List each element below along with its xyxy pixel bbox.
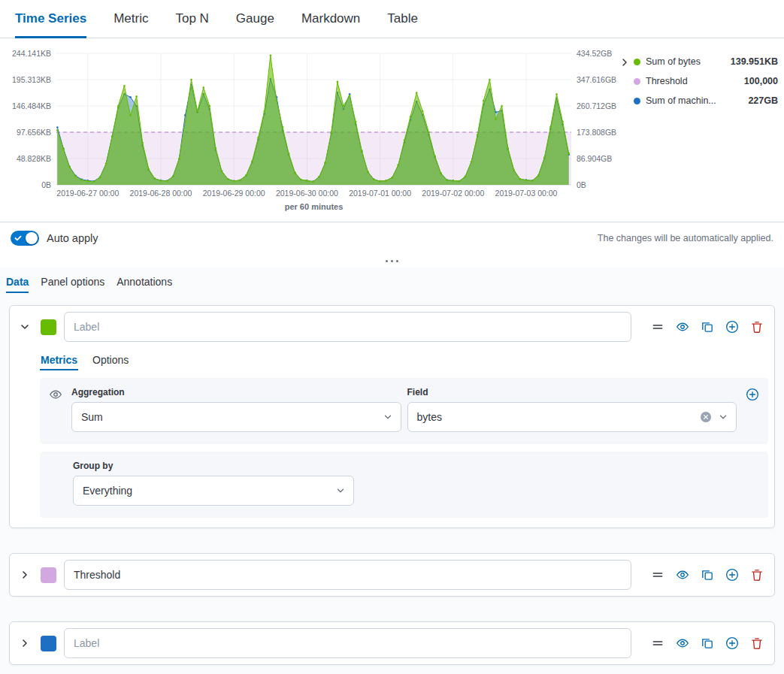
delete-icon[interactable]: [750, 568, 764, 582]
series-panel-1: Metrics Options Aggregation Sum: [9, 305, 775, 528]
auto-apply-label: Auto apply: [47, 232, 98, 244]
svg-text:260.712GB: 260.712GB: [577, 101, 616, 110]
legend-dot-green: [634, 59, 640, 65]
svg-text:0B: 0B: [41, 180, 51, 189]
expand-toggle-icon[interactable]: [17, 635, 33, 651]
svg-text:434.52GB: 434.52GB: [577, 49, 612, 58]
svg-text:86.904GB: 86.904GB: [577, 154, 612, 163]
legend-item-sum-of-bytes[interactable]: Sum of bytes 139.951KB: [634, 56, 778, 67]
auto-apply-bar: Auto apply The changes will be automatic…: [0, 222, 784, 253]
check-icon: [14, 234, 22, 242]
eye-icon[interactable]: [676, 320, 689, 334]
svg-text:2019-06-28 00:00: 2019-06-28 00:00: [130, 189, 192, 198]
chevron-down-icon: [383, 412, 393, 422]
add-series-icon[interactable]: [725, 320, 739, 334]
delete-icon[interactable]: [750, 320, 764, 334]
chart-canvas[interactable]: 2019-06-27 00:002019-06-28 00:002019-06-…: [0, 38, 646, 216]
tab-annotations[interactable]: Annotations: [117, 267, 172, 296]
svg-text:2019-06-29 00:00: 2019-06-29 00:00: [203, 189, 265, 198]
visualization-type-tabs: Time Series Metric Top N Gauge Markdown …: [0, 0, 784, 38]
series-panel-2: [9, 553, 775, 597]
tab-panel-options[interactable]: Panel options: [41, 267, 104, 296]
svg-text:195.313KB: 195.313KB: [12, 75, 51, 84]
group-by-label: Group by: [73, 461, 759, 471]
clear-field-icon[interactable]: [700, 411, 712, 423]
metric-row: Aggregation Sum Field bytes: [40, 378, 768, 444]
tab-time-series[interactable]: Time Series: [15, 0, 86, 38]
collapse-toggle-icon[interactable]: [17, 319, 33, 335]
svg-text:97.656KB: 97.656KB: [17, 128, 51, 137]
svg-text:2019-06-30 00:00: 2019-06-30 00:00: [276, 189, 338, 198]
series-label-input[interactable]: [64, 560, 631, 590]
tab-metrics[interactable]: Metrics: [40, 348, 78, 373]
legend-value: 139.951KB: [731, 56, 778, 67]
group-by-value: Everything: [83, 485, 132, 497]
auto-apply-switch[interactable]: [11, 231, 39, 246]
legend-item-threshold[interactable]: Threshold 100,000: [634, 76, 778, 86]
legend-dot-lavender: [634, 78, 640, 85]
svg-text:per 60 minutes: per 60 minutes: [285, 202, 344, 211]
aggregation-select[interactable]: Sum: [71, 402, 401, 432]
panel-resize-handle[interactable]: [0, 253, 784, 267]
aggregation-field: Aggregation Sum: [71, 387, 401, 432]
series-header: [10, 306, 774, 348]
legend-item-sum-of-machines[interactable]: Sum of machin... 227GB: [634, 95, 778, 106]
field-field: Field bytes: [407, 387, 737, 432]
series-color-swatch[interactable]: [41, 319, 56, 335]
svg-text:2019-07-02 00:00: 2019-07-02 00:00: [422, 189, 484, 198]
add-series-icon[interactable]: [725, 568, 739, 582]
clone-icon[interactable]: [701, 636, 714, 650]
series-color-swatch[interactable]: [41, 636, 56, 651]
add-metric-icon[interactable]: [746, 388, 759, 432]
series-header: [10, 554, 774, 596]
auto-apply-hint: The changes will be automatically applie…: [598, 233, 773, 243]
clone-icon[interactable]: [701, 320, 714, 334]
switch-knob: [26, 232, 38, 244]
legend-collapse-icon[interactable]: [619, 56, 631, 68]
tab-options[interactable]: Options: [92, 348, 129, 373]
group-by-select[interactable]: Everything: [73, 476, 354, 506]
tab-markdown[interactable]: Markdown: [301, 0, 360, 38]
series-actions: [651, 568, 764, 582]
tab-top-n[interactable]: Top N: [175, 0, 208, 38]
aggregation-label: Aggregation: [71, 387, 401, 397]
editor-tabs: Data Panel options Annotations: [0, 267, 784, 296]
svg-text:173.808GB: 173.808GB: [577, 128, 616, 137]
group-by-row: Group by Everything: [40, 452, 768, 518]
chevron-down-icon: [335, 485, 346, 496]
series-panel-3: [9, 621, 775, 665]
panel-editor: Data Panel options Annotations: [0, 267, 784, 674]
series-label-input[interactable]: [64, 628, 631, 658]
series-actions: [651, 636, 764, 650]
legend-label: Sum of machin...: [646, 95, 743, 106]
tab-data[interactable]: Data: [6, 267, 29, 296]
metric-visibility-eye-icon[interactable]: [49, 388, 62, 432]
drag-handle-icon[interactable]: [651, 636, 664, 650]
field-combobox[interactable]: bytes: [407, 402, 737, 432]
svg-text:2019-07-01 00:00: 2019-07-01 00:00: [349, 189, 411, 198]
series-header: [10, 622, 774, 664]
legend-value: 100,000: [744, 76, 778, 86]
delete-icon[interactable]: [750, 636, 764, 650]
add-series-icon[interactable]: [725, 636, 739, 650]
svg-text:2019-06-27 00:00: 2019-06-27 00:00: [56, 189, 119, 198]
legend-dot-blue: [634, 98, 640, 104]
aggregation-value: Sum: [81, 411, 103, 423]
expand-toggle-icon[interactable]: [17, 567, 33, 583]
tab-metric[interactable]: Metric: [114, 0, 148, 38]
drag-handle-icon[interactable]: [651, 568, 664, 582]
series-color-swatch[interactable]: [41, 567, 56, 583]
legend-label: Sum of bytes: [646, 56, 725, 67]
drag-handle-icon[interactable]: [651, 320, 664, 334]
svg-text:146.484KB: 146.484KB: [12, 101, 51, 110]
chart-legend: Sum of bytes 139.951KB Threshold 100,000…: [634, 56, 778, 106]
clone-icon[interactable]: [701, 568, 714, 582]
tab-table[interactable]: Table: [387, 0, 418, 38]
eye-icon[interactable]: [676, 568, 689, 582]
svg-text:347.616GB: 347.616GB: [577, 75, 616, 84]
eye-icon[interactable]: [676, 636, 689, 650]
series-label-input[interactable]: [64, 312, 631, 342]
field-label: Field: [407, 387, 737, 397]
tab-gauge[interactable]: Gauge: [236, 0, 274, 38]
legend-label: Threshold: [646, 76, 739, 86]
